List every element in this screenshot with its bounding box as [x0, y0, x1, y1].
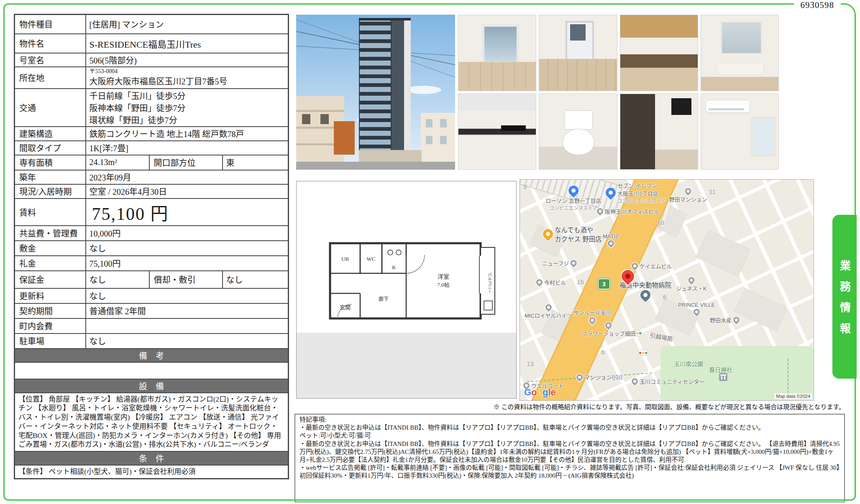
- google-logo: Google: [524, 387, 556, 398]
- photo-shape: [620, 94, 655, 170]
- photo-hallway: [539, 15, 617, 91]
- row-value: 2023年09月: [86, 170, 289, 184]
- poi-label: ジュネス・K: [676, 284, 707, 292]
- map-poi-kakuyasu: なんでも酒やカクヤス 野田店: [543, 225, 602, 243]
- map-poi-lawson: ローソン 吉野一丁目店コンビニエンスストア: [545, 186, 601, 211]
- equipment-text: 【位置】 角部屋 【キッチン】 給湯器(都市ガス)・ガスコンロ(2口)・システム…: [15, 393, 289, 452]
- row-label: 契約期間: [15, 303, 86, 318]
- photo-shape: [751, 117, 775, 157]
- row-label: 町内会費: [15, 318, 86, 333]
- map-block-number: 11: [709, 188, 716, 195]
- table-row: 交通 千日前線「玉川」徒歩5分 阪神本線「野田」徒歩7分 環状線「野田」徒歩7分: [15, 89, 289, 127]
- row-label: 築年: [15, 170, 86, 184]
- map-pin-liquor-store-icon: [541, 227, 555, 241]
- photo-shape: [620, 68, 698, 90]
- poi-sub: コンビニエンスストア: [550, 204, 598, 211]
- poi-label: カクヤス 野田店: [555, 234, 602, 243]
- access-line: 千日前線「玉川」徒歩5分: [90, 89, 285, 102]
- map-poi-matiz: MATIZ: [603, 233, 619, 247]
- access-line: 環状線「野田」徒歩7分: [90, 114, 285, 126]
- photo-shape: [570, 24, 586, 41]
- photo-living-room: [458, 15, 536, 91]
- section-header-row: 条 件: [15, 451, 289, 465]
- map-poi-newfuji: ニューフジ: [542, 259, 577, 267]
- business-info-tab[interactable]: 業務情報: [832, 215, 857, 379]
- map-block-number: 10: [657, 219, 664, 226]
- route-number: 3: [602, 281, 606, 288]
- row-label: 交通: [15, 89, 86, 127]
- poi-label: 今村ビル: [544, 278, 566, 286]
- table-row: 契約期間 普通借家 2年間: [15, 303, 289, 318]
- photo-shape: [458, 135, 536, 169]
- poi-label: 玉川コミュニティセンター: [640, 377, 704, 385]
- row-value: なし: [86, 288, 289, 303]
- table-row: 共益費・管理費 10,000円: [15, 226, 289, 241]
- photo-shape: [458, 94, 536, 111]
- table-row: 【条件】 ペット相談(小型犬、猫可)・保証会社利用必須: [15, 465, 289, 479]
- row-value: 24.13m²: [86, 155, 149, 170]
- photo-washbasin: [701, 15, 779, 91]
- map-pin-icon: [544, 303, 553, 312]
- map-poi-seven-eleven: セブン-イレブン大阪玉川2丁目店コンビニエンスストア: [606, 181, 665, 204]
- notes-paragraph: ペット:可/小型犬:可/猫:可: [299, 432, 840, 440]
- photo-shape: [620, 54, 698, 68]
- map-poi-imamura: 今村ビル: [536, 278, 566, 286]
- row-value: なし: [86, 271, 149, 288]
- special-notes-box: 特記事項: ・最新の空き状況とお申込は【ITANDI BB】、物件資料は【リアプ…: [294, 414, 845, 502]
- poi-label: フラワーショップ細田: [581, 329, 636, 337]
- row-label: 駐車場: [15, 333, 86, 349]
- row-value: なし: [86, 333, 289, 349]
- section-header-row: 備 考: [15, 349, 289, 362]
- row-value: [86, 318, 289, 333]
- map-block-number: 15: [577, 278, 584, 285]
- map-pin-icon: [535, 278, 544, 287]
- poi-label: 阪神玉川オフィスビル: [605, 207, 659, 215]
- row-label: 号室名: [15, 53, 86, 67]
- rent-value: 75,100 円: [86, 199, 289, 226]
- photo-shape: [717, 63, 764, 76]
- map-pin-icon: [683, 187, 692, 196]
- poi-label: ケイエムビル: [640, 262, 672, 270]
- poi-label: サンルール玉川: [573, 308, 611, 316]
- row-value: 鉄筋コンクリート造 地上14階 総戸数78戸: [86, 127, 289, 141]
- poi-label: ニューフジ: [542, 259, 569, 267]
- business-info-tab-label: 業務情報: [837, 250, 852, 344]
- map-pin-icon: [569, 259, 578, 267]
- access-cell: 千日前線「玉川」徒歩5分 阪神本線「野田」徒歩7分 環状線「野田」徒歩7分: [86, 89, 289, 127]
- fp-label-ub: UB: [341, 256, 349, 262]
- map-block-number: 5: [523, 183, 527, 190]
- photo-shape: [620, 15, 698, 38]
- table-row: 現況/入居時期 空室 / 2026年4月30日: [15, 184, 289, 199]
- poi-label: 野田水産: [710, 316, 732, 324]
- row-value: [住居用] マンション: [86, 15, 289, 34]
- remarks-value: [15, 362, 289, 379]
- fp-label-balcony: バルコニー: [487, 272, 492, 293]
- poi-label: 大阪玉川2丁目店: [617, 189, 658, 197]
- map-pin-hospital-icon: [638, 288, 653, 302]
- row-label: 専有面積: [15, 155, 86, 170]
- row-label: 間取タイプ: [15, 141, 86, 155]
- document-number: 6930598: [794, 0, 841, 10]
- row-label: 開口部方位: [149, 155, 223, 170]
- table-row: 号室名 506(5階部分): [15, 53, 289, 67]
- poi-label: セブン-イレブン: [617, 181, 657, 189]
- table-row: 所在地 〒553-0004 大阪府大阪市福島区玉川2丁目7番5号: [15, 67, 289, 89]
- row-label: 賃料: [15, 199, 86, 226]
- google-logo-letter: o: [537, 387, 543, 397]
- notes-paragraph: ・webサービス広告掲載 [許可]・転載事前連絡 [不要]・画像の転載 [可能]…: [299, 464, 840, 480]
- photo-shape: [539, 59, 617, 91]
- fp-label-genkan: 玄関: [340, 304, 351, 311]
- row-value: 東: [223, 155, 289, 170]
- photo-grid: [458, 15, 779, 170]
- notes-paragraph: ・最新の空き状況とお申込は【ITANDI BB】、物件資料は【リアプロ】【リアプ…: [299, 440, 840, 464]
- building-photo-svg: [296, 15, 455, 170]
- google-logo-letter: o: [531, 387, 537, 397]
- photo-building-exterior: [296, 15, 455, 170]
- photo-shape: [709, 108, 744, 110]
- table-row: 建築構造 鉄筋コンクリート造 地上14階 総戸数78戸: [15, 127, 289, 141]
- table-row: 礼金 75,100円: [15, 256, 289, 271]
- floorplan-drawing: UB WC K 玄関 廊下 洋室 7.0帖 バルコニー: [304, 231, 509, 339]
- poi-label: PRINCE VILLE: [678, 302, 715, 308]
- table-row: 敷金 なし: [15, 241, 289, 256]
- park-label: 玉川南公園: [674, 359, 703, 368]
